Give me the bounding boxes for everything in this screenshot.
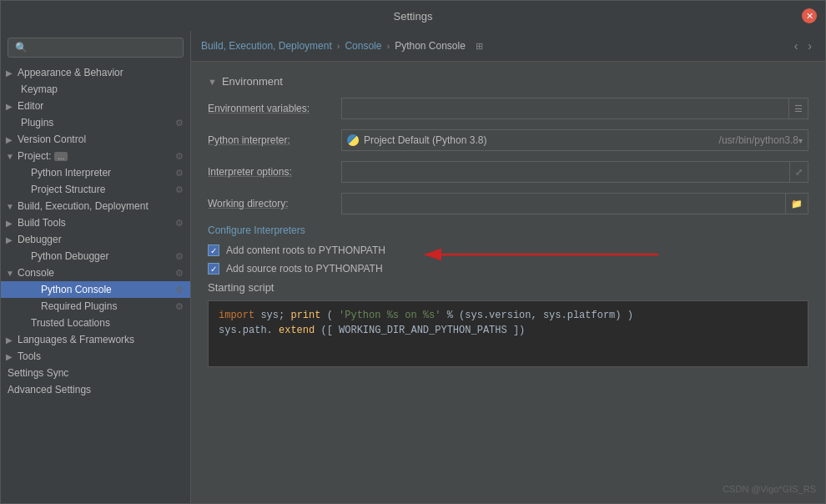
checkbox-source-roots[interactable]: ✓ xyxy=(208,263,219,275)
checkbox-content-roots-row: ✓ Add content roots to PYTHONPATH xyxy=(208,244,808,256)
env-vars-input[interactable] xyxy=(341,98,789,119)
search-input[interactable] xyxy=(8,38,184,58)
working-directory-input[interactable] xyxy=(341,193,786,214)
checkmark-icon: ✓ xyxy=(210,265,217,274)
expand-arrow: ▶ xyxy=(6,68,16,78)
sidebar-item-keymap[interactable]: Keymap xyxy=(1,81,190,98)
sidebar-item-label: Build, Execution, Deployment xyxy=(18,200,149,212)
checkbox-source-roots-row: ✓ Add source roots to PYTHONPATH xyxy=(208,263,808,275)
code-bracket-close: ]) xyxy=(513,325,525,336)
watermark: CSDN @Vigo*GIS_RS xyxy=(723,484,816,494)
sidebar-item-label: Tools xyxy=(18,350,41,362)
checkboxes-section: ✓ Add content roots to PYTHONPATH xyxy=(208,244,808,275)
sidebar-item-tools[interactable]: ▶ Tools xyxy=(1,348,190,365)
settings-icon: ⚙ xyxy=(175,184,184,195)
interpreter-name: Project Default (Python 3.8) xyxy=(364,134,716,146)
sidebar-item-label: Project Structure xyxy=(31,184,105,195)
settings-window: Settings ✕ ▶ Appearance & Behavior Keyma… xyxy=(0,0,826,504)
interpreter-select[interactable]: Project Default (Python 3.8) /usr/bin/py… xyxy=(341,129,808,151)
sidebar-item-project-structure[interactable]: Project Structure ⚙ xyxy=(1,181,190,198)
working-directory-label: Working directory: xyxy=(208,198,341,209)
interpreter-options-row: Interpreter options: ⤢ xyxy=(208,161,808,183)
script-editor[interactable]: import sys; print ( 'Python %s on %s' % … xyxy=(208,300,808,367)
code-func-print: print xyxy=(290,310,320,321)
sidebar-item-debugger[interactable]: ▶ Debugger xyxy=(1,231,190,248)
settings-icon: ⚙ xyxy=(175,168,184,179)
sidebar-item-plugins[interactable]: Plugins ⚙ xyxy=(1,114,190,131)
checkbox-content-roots-label: Add content roots to PYTHONPATH xyxy=(226,244,385,256)
python-icon xyxy=(347,134,359,146)
sidebar-item-project[interactable]: ▼ Project: ... ⚙ xyxy=(1,148,190,164)
sidebar-item-python-interpreter[interactable]: Python Interpreter ⚙ xyxy=(1,164,190,181)
code-keyword-import: import xyxy=(219,310,254,321)
sidebar-item-appearance[interactable]: ▶ Appearance & Behavior xyxy=(1,64,190,81)
checkbox-content-roots[interactable]: ✓ xyxy=(208,244,219,256)
expand-arrow: ▶ xyxy=(6,219,16,228)
settings-content: ▼ Environment Environment variables: ☰ xyxy=(191,62,825,503)
configure-interpreters-link[interactable]: Configure Interpreters xyxy=(208,224,808,236)
section-collapse-icon[interactable]: ▼ xyxy=(208,77,217,87)
sidebar-item-languages[interactable]: ▶ Languages & Frameworks xyxy=(1,331,190,348)
sidebar-item-trusted-locations[interactable]: Trusted Locations xyxy=(1,315,190,331)
settings-icon: ⚙ xyxy=(175,118,184,129)
working-directory-row: Working directory: 📁 xyxy=(208,193,808,214)
settings-icon: ⚙ xyxy=(175,268,184,279)
sidebar-item-advanced-settings[interactable]: Advanced Settings xyxy=(1,381,190,398)
breadcrumb: Build, Execution, Deployment › Console ›… xyxy=(191,31,825,62)
breadcrumb-icon: ⊞ xyxy=(476,41,483,52)
sidebar: ▶ Appearance & Behavior Keymap ▶ Editor … xyxy=(1,31,191,503)
sidebar-item-build-execution[interactable]: ▼ Build, Execution, Deployment xyxy=(1,198,190,214)
env-vars-row: Environment variables: ☰ xyxy=(208,98,808,119)
sidebar-item-label: Editor xyxy=(18,100,43,112)
interpreter-path: /usr/bin/python3.8 xyxy=(719,134,798,146)
sidebar-item-python-debugger[interactable]: Python Debugger ⚙ xyxy=(1,248,190,265)
working-directory-input-group: 📁 xyxy=(341,193,808,214)
breadcrumb-part2[interactable]: Console xyxy=(345,40,381,52)
sidebar-item-label: Keymap xyxy=(21,83,58,95)
sidebar-item-settings-sync[interactable]: Settings Sync xyxy=(1,365,190,381)
code-normal: sys; xyxy=(260,310,290,321)
interpreter-options-expand-button[interactable]: ⤢ xyxy=(790,161,808,183)
code-sys-path: sys.path. xyxy=(219,325,273,336)
expand-arrow: ▶ xyxy=(6,135,16,144)
env-vars-input-group: ☰ xyxy=(341,98,808,119)
script-line-1: import sys; print ( 'Python %s on %s' % … xyxy=(219,310,798,321)
sidebar-item-editor[interactable]: ▶ Editor xyxy=(1,98,190,114)
sidebar-item-label: Project: ... xyxy=(18,150,68,162)
sidebar-item-label: Settings Sync xyxy=(8,367,68,379)
sidebar-item-label: Trusted Locations xyxy=(31,317,110,329)
sidebar-item-label: Version Control xyxy=(18,134,86,145)
sidebar-item-required-plugins[interactable]: Required Plugins ⚙ xyxy=(1,298,190,315)
settings-icon: ⚙ xyxy=(175,301,184,312)
interpreter-options-label: Interpreter options: xyxy=(208,166,341,178)
working-directory-browse-button[interactable]: 📁 xyxy=(786,193,808,214)
breadcrumb-part1[interactable]: Build, Execution, Deployment xyxy=(201,40,332,52)
breadcrumb-sep1: › xyxy=(337,41,340,51)
expand-arrow: ▶ xyxy=(6,235,16,244)
sidebar-item-build-tools[interactable]: ▶ Build Tools ⚙ xyxy=(1,214,190,231)
interpreter-options-input-group: ⤢ xyxy=(341,161,808,183)
expand-arrow: ▶ xyxy=(6,352,16,361)
code-paren-close: ) xyxy=(627,310,633,321)
breadcrumb-part3: Python Console xyxy=(395,40,466,52)
sidebar-item-version-control[interactable]: ▶ Version Control xyxy=(1,131,190,148)
sidebar-item-label: Advanced Settings xyxy=(8,384,91,396)
expand-arrow: ▼ xyxy=(6,202,16,211)
checkmark-icon: ✓ xyxy=(210,246,217,255)
sidebar-item-python-console[interactable]: Python Console ⚙ xyxy=(1,281,190,298)
starting-script-title: Starting script xyxy=(208,281,808,294)
environment-section-header: ▼ Environment xyxy=(208,75,808,88)
close-button[interactable]: ✕ xyxy=(802,8,817,23)
back-button[interactable]: ‹ xyxy=(791,38,802,54)
sidebar-item-label: Build Tools xyxy=(18,217,66,229)
interpreter-label: Python interpreter: xyxy=(208,134,341,146)
expand-arrow: ▼ xyxy=(6,269,16,278)
script-line-2: sys.path. extend ([ WORKING_DIR_AND_PYTH… xyxy=(219,325,798,336)
forward-button[interactable]: › xyxy=(804,38,815,54)
sidebar-item-console[interactable]: ▼ Console ⚙ xyxy=(1,265,190,281)
interpreter-options-input[interactable] xyxy=(341,161,790,183)
env-vars-browse-button[interactable]: ☰ xyxy=(789,98,808,119)
code-working-dir: WORKING_DIR_AND_PYTHON_PATHS xyxy=(339,325,507,336)
sidebar-item-label: Debugger xyxy=(18,234,62,245)
expand-arrow: ▶ xyxy=(6,102,16,111)
